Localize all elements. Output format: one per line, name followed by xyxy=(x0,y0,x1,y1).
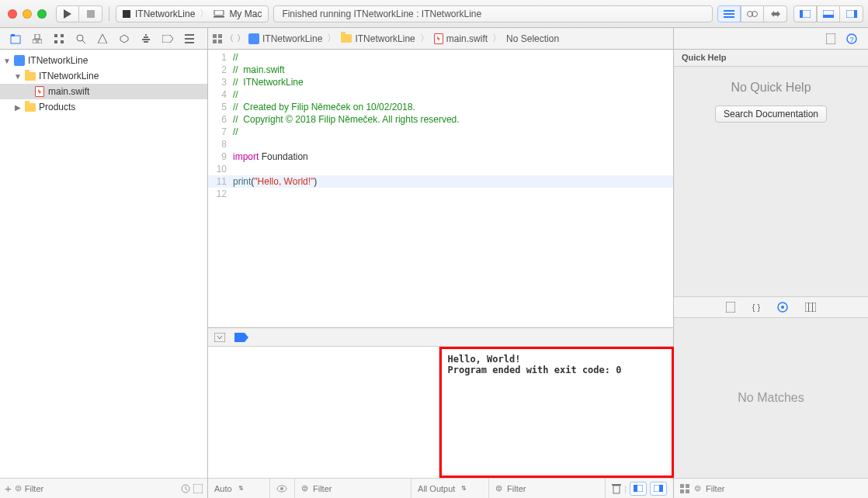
object-library-tab[interactable] xyxy=(777,302,788,313)
recent-filter-icon[interactable] xyxy=(181,484,190,493)
scheme-project-label: ITNetworkLine xyxy=(135,9,195,19)
code-snippet-library-tab[interactable]: { } xyxy=(752,303,760,312)
filter-icon: ⊜ xyxy=(15,483,22,493)
tree-products[interactable]: ▶ Products xyxy=(0,99,207,115)
tree-label: main.swift xyxy=(48,86,89,97)
related-items-button[interactable] xyxy=(213,34,222,43)
back-button[interactable]: 〈 xyxy=(225,33,234,44)
minimize-window-button[interactable] xyxy=(23,9,32,19)
standard-editor-button[interactable] xyxy=(717,5,741,22)
crumb-2[interactable]: main.swift xyxy=(446,33,488,44)
zoom-window-button[interactable] xyxy=(37,9,47,19)
svg-marker-28 xyxy=(120,35,128,43)
svg-rect-51 xyxy=(612,484,621,486)
media-library-tab[interactable] xyxy=(805,303,816,312)
variables-filter-input[interactable] xyxy=(313,484,404,493)
console-scope-selector[interactable]: All Output⇅ xyxy=(411,479,489,498)
tree-label: Products xyxy=(39,102,75,112)
console-output[interactable]: Hello, World! Program ended with exit co… xyxy=(442,349,672,476)
tree-label: ITNetworkLine xyxy=(39,71,99,81)
panel-toggle-group xyxy=(793,5,863,22)
crumb-1[interactable]: ITNetworkLine xyxy=(355,33,415,44)
source-control-navigator-tab[interactable] xyxy=(26,34,48,43)
project-navigator-tab[interactable] xyxy=(5,33,26,44)
tree-file-main[interactable]: main.swift xyxy=(0,84,207,99)
show-variables-button[interactable] xyxy=(630,482,647,496)
assistant-editor-button[interactable] xyxy=(741,5,764,22)
svg-rect-55 xyxy=(659,485,663,492)
svg-rect-41 xyxy=(826,33,835,44)
svg-rect-53 xyxy=(634,485,637,492)
library-selector-bar: { } xyxy=(674,296,868,318)
svg-rect-5 xyxy=(724,10,734,12)
filter-icon: ⊜ xyxy=(694,483,701,493)
library-filter-bar: ⊜ xyxy=(674,478,868,498)
target-icon xyxy=(123,10,130,18)
svg-rect-60 xyxy=(808,303,809,312)
quicklook-button[interactable] xyxy=(270,479,295,498)
library-filter-input[interactable] xyxy=(706,484,862,493)
svg-rect-18 xyxy=(35,34,40,39)
variables-view[interactable] xyxy=(208,347,439,478)
debug-navigator-tab[interactable] xyxy=(135,34,157,43)
scm-filter-icon[interactable] xyxy=(193,484,203,493)
test-navigator-tab[interactable] xyxy=(113,34,135,43)
toggle-navigator-button[interactable] xyxy=(793,5,817,22)
clear-console-button[interactable] xyxy=(612,483,621,494)
svg-rect-22 xyxy=(61,34,64,37)
no-quick-help-label: No Quick Help xyxy=(682,81,860,95)
tree-root[interactable]: ▼ ITNetworkLine xyxy=(0,53,207,68)
breadcrumb[interactable]: ITNetworkLine〉 ITNetworkLine〉 main.swift… xyxy=(248,32,559,45)
add-button[interactable]: + xyxy=(5,482,12,495)
forward-button[interactable]: 〉 xyxy=(237,33,245,44)
svg-rect-23 xyxy=(54,40,57,43)
scheme-selector[interactable]: ITNetworkLine 〉 My Mac xyxy=(116,5,269,22)
file-template-library-tab[interactable] xyxy=(726,302,735,313)
close-window-button[interactable] xyxy=(8,9,17,19)
folder-icon xyxy=(341,34,352,43)
svg-rect-30 xyxy=(144,36,148,38)
console-filter-input[interactable] xyxy=(507,484,599,493)
report-navigator-tab[interactable] xyxy=(179,34,200,43)
inspector-selector-bar: ? xyxy=(674,28,868,49)
breakpoints-toggle[interactable] xyxy=(234,333,248,342)
source-editor[interactable]: 1//2// main.swift3// ITNetworkLine4//5//… xyxy=(208,50,673,327)
crumb-3[interactable]: No Selection xyxy=(506,33,559,44)
find-navigator-tab[interactable] xyxy=(70,34,92,43)
file-inspector-tab[interactable] xyxy=(826,33,835,44)
svg-rect-61 xyxy=(812,303,813,312)
toggle-debug-button[interactable] xyxy=(817,5,840,22)
quick-help-tab[interactable]: ? xyxy=(846,33,857,44)
breakpoint-navigator-tab[interactable] xyxy=(157,35,179,43)
symbol-navigator-tab[interactable] xyxy=(48,34,70,43)
issue-navigator-tab[interactable] xyxy=(92,34,113,43)
project-tree[interactable]: ▼ ITNetworkLine ▼ ITNetworkLine main.swi… xyxy=(0,50,207,478)
svg-rect-31 xyxy=(142,39,150,40)
svg-rect-13 xyxy=(823,15,834,18)
library-view-icon[interactable] xyxy=(680,484,689,493)
quick-help-body: No Quick Help Search Documentation xyxy=(674,67,868,137)
window-controls xyxy=(8,9,47,19)
crumb-0[interactable]: ITNetworkLine xyxy=(262,33,322,44)
search-documentation-button[interactable]: Search Documentation xyxy=(715,105,827,123)
toggle-inspector-button[interactable] xyxy=(840,5,863,22)
show-console-button[interactable] xyxy=(650,482,667,496)
svg-rect-59 xyxy=(805,303,816,312)
hide-debug-button[interactable] xyxy=(214,333,225,342)
variables-scope-selector[interactable]: Auto⇅ xyxy=(208,479,270,498)
svg-marker-27 xyxy=(98,34,107,43)
svg-rect-35 xyxy=(185,38,194,40)
navigator-filter-input[interactable] xyxy=(25,484,178,493)
tree-group[interactable]: ▼ ITNetworkLine xyxy=(0,68,207,84)
svg-line-26 xyxy=(82,40,85,43)
svg-rect-6 xyxy=(724,13,734,15)
tab-bar: 〈 〉 ITNetworkLine〉 ITNetworkLine〉 main.s… xyxy=(0,28,868,50)
svg-rect-63 xyxy=(686,484,689,488)
version-editor-button[interactable] xyxy=(764,5,787,22)
stop-button[interactable] xyxy=(79,5,102,22)
svg-rect-40 xyxy=(218,40,222,43)
debug-area: Hello, World! Program ended with exit co… xyxy=(208,327,673,498)
svg-point-25 xyxy=(77,35,83,41)
inspector-section-title: Quick Help xyxy=(674,50,868,67)
run-button[interactable] xyxy=(56,5,79,22)
